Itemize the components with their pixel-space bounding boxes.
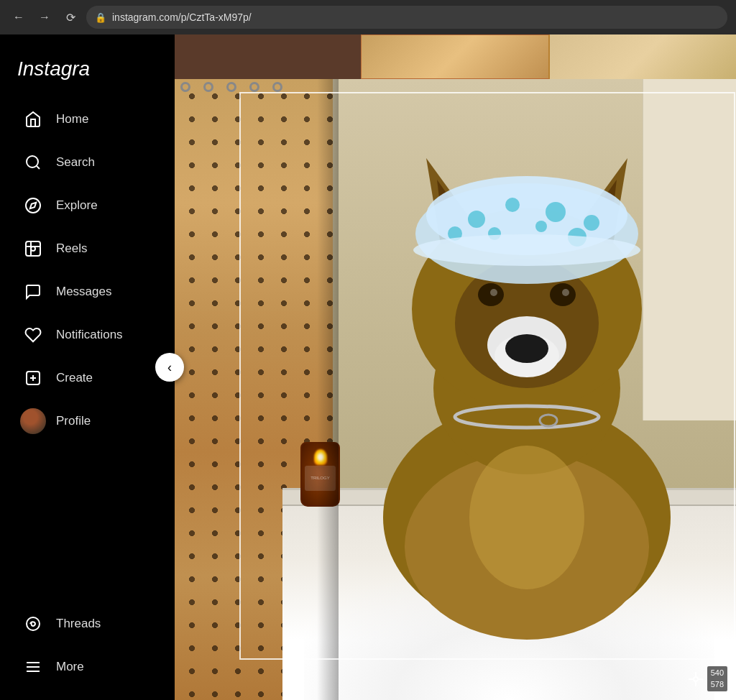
sidebar-item-create[interactable]: Create	[6, 358, 169, 398]
messages-label: Messages	[56, 285, 111, 299]
svg-point-33	[468, 211, 485, 228]
top-food-center	[361, 34, 549, 79]
curtain-shadow	[317, 79, 339, 700]
address-bar[interactable]: 🔒 instagram.com/p/CztTa-xM97p/	[86, 6, 727, 29]
threads-label: Threads	[56, 617, 101, 631]
svg-point-26	[490, 289, 497, 296]
collapse-sidebar-button[interactable]: ‹	[155, 353, 184, 382]
create-label: Create	[56, 371, 93, 385]
search-icon	[23, 152, 43, 172]
profile-label: Profile	[56, 414, 91, 428]
svg-point-41	[413, 234, 640, 266]
sidebar-item-search[interactable]: Search	[6, 142, 169, 183]
svg-point-38	[535, 221, 547, 232]
sidebar-item-notifications[interactable]: Notifications	[6, 315, 169, 355]
home-icon	[23, 109, 43, 129]
explore-label: Explore	[56, 198, 98, 213]
dog-image	[318, 101, 735, 690]
svg-point-36	[584, 215, 599, 231]
sidebar-item-threads[interactable]: Threads	[6, 604, 169, 644]
main-content: Instagra Home Search	[0, 34, 736, 700]
more-label: More	[56, 660, 84, 674]
svg-point-34	[505, 198, 520, 212]
svg-point-0	[27, 156, 38, 167]
top-food-right	[550, 34, 736, 79]
svg-point-49	[694, 677, 698, 681]
svg-rect-4	[26, 241, 40, 256]
svg-point-35	[546, 202, 566, 222]
coord-x: 540	[711, 668, 724, 677]
back-button[interactable]: ←	[9, 7, 29, 27]
coordinate-indicator: 540 578	[687, 666, 727, 691]
top-food-left	[175, 34, 361, 79]
bathroom-scene: TRILOGY	[175, 79, 736, 700]
crosshair-icon	[687, 671, 704, 688]
bathroom-background: TRILOGY	[175, 79, 736, 700]
svg-point-27	[562, 289, 569, 296]
svg-point-11	[27, 617, 40, 630]
svg-point-30	[505, 334, 548, 363]
messages-icon	[23, 282, 43, 302]
more-icon	[23, 657, 43, 677]
forward-button[interactable]: →	[34, 7, 55, 27]
explore-icon	[23, 195, 43, 216]
sidebar-item-messages[interactable]: Messages	[6, 272, 169, 312]
reload-button[interactable]: ⟳	[60, 7, 80, 27]
security-icon: 🔒	[95, 12, 106, 23]
sidebar-item-more[interactable]: More	[6, 647, 169, 687]
search-label: Search	[56, 155, 95, 170]
chevron-left-icon: ‹	[167, 360, 172, 375]
notifications-icon	[23, 325, 43, 345]
profile-icon	[23, 411, 43, 431]
curtain-rings	[175, 79, 333, 93]
browser-chrome: ← → ⟳ 🔒 instagram.com/p/CztTa-xM97p/	[0, 0, 736, 34]
sidebar-item-home[interactable]: Home	[6, 99, 169, 139]
sidebar-item-explore[interactable]: Explore	[6, 185, 169, 226]
reels-label: Reels	[56, 241, 87, 256]
image-area: TRILOGY	[175, 34, 736, 700]
coord-y: 578	[711, 680, 724, 689]
notifications-label: Notifications	[56, 328, 123, 342]
instagram-logo[interactable]: Instagra	[0, 46, 175, 98]
sidebar-item-reels[interactable]: Reels	[6, 229, 169, 269]
reels-icon	[23, 239, 43, 259]
top-strip	[175, 34, 736, 79]
sidebar: Instagra Home Search	[0, 34, 175, 700]
threads-icon	[23, 614, 43, 634]
sidebar-item-profile[interactable]: Profile	[6, 401, 169, 441]
svg-point-44	[469, 446, 584, 589]
svg-line-1	[37, 166, 40, 169]
url-text: instagram.com/p/CztTa-xM97p/	[112, 11, 252, 23]
create-icon	[23, 368, 43, 388]
home-label: Home	[56, 112, 88, 126]
photo-background: TRILOGY	[175, 34, 736, 700]
coordinates-display: 540 578	[707, 666, 727, 691]
svg-marker-3	[30, 203, 36, 208]
svg-point-2	[26, 198, 40, 213]
